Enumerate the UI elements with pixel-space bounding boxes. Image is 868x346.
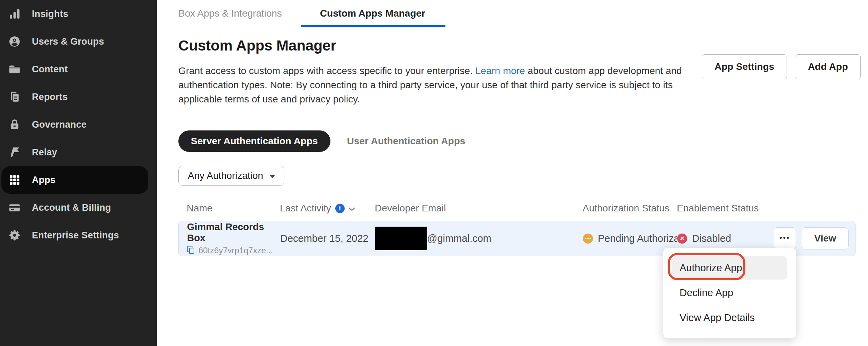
governance-lock-icon xyxy=(9,119,20,130)
more-options-button[interactable]: ••• xyxy=(774,227,796,249)
app-name: Gimmal Records Box xyxy=(187,221,280,244)
sidebar-item-enterprise-settings[interactable]: Enterprise Settings xyxy=(0,221,157,249)
copy-icon[interactable] xyxy=(187,246,195,256)
filter-selected-value: Any Authorization xyxy=(188,170,263,181)
sort-chevron-down-icon[interactable] xyxy=(348,203,356,214)
sidebar-item-users-groups[interactable]: Users & Groups xyxy=(0,28,157,55)
developer-email-cell: @gimmal.com xyxy=(375,227,583,250)
apps-grid-icon xyxy=(9,174,20,186)
sidebar: Insights Users & Groups Content xyxy=(0,0,157,346)
column-header-authorization-status: Authorization Status xyxy=(583,203,677,214)
app-id: 60tz6y7vrp1q7xze... xyxy=(198,246,273,255)
page-title: Custom Apps Manager xyxy=(178,37,868,54)
app-settings-button[interactable]: App Settings xyxy=(702,54,787,79)
sidebar-item-label: Reports xyxy=(32,92,68,102)
sidebar-item-content[interactable]: Content xyxy=(0,55,157,83)
learn-more-link[interactable]: Learn more xyxy=(475,65,525,76)
sidebar-item-apps[interactable]: Apps xyxy=(1,166,148,194)
menu-item-authorize-app[interactable]: Authorize App xyxy=(672,256,787,280)
tab-custom-apps-manager[interactable]: Custom Apps Manager xyxy=(320,0,425,27)
column-header-last-activity[interactable]: Last Activity i xyxy=(280,203,375,214)
table-header-row: Name Last Activity i Developer Email Aut… xyxy=(178,198,856,219)
row-context-menu: Authorize App Decline App View App Detai… xyxy=(663,248,796,338)
authorization-status-text: Pending Authorization xyxy=(598,233,677,244)
sidebar-item-label: Content xyxy=(32,64,68,75)
sidebar-item-label: Account & Billing xyxy=(32,202,111,213)
sidebar-item-governance[interactable]: Governance xyxy=(0,111,157,138)
page-description: Grant access to custom apps with access … xyxy=(178,64,689,106)
sidebar-item-insights[interactable]: Insights xyxy=(0,0,157,28)
relay-flag-icon xyxy=(9,146,20,158)
content-folder-icon xyxy=(9,63,20,75)
account-billing-icon xyxy=(9,202,20,213)
users-groups-icon xyxy=(9,36,20,47)
enterprise-settings-gear-icon xyxy=(9,229,20,241)
sidebar-item-relay[interactable]: Relay xyxy=(0,138,157,166)
column-header-enablement-status: Enablement Status xyxy=(677,203,856,214)
pending-status-icon xyxy=(583,234,593,244)
auth-type-tabs: Server Authentication Apps User Authenti… xyxy=(178,130,868,152)
menu-item-decline-app[interactable]: Decline App xyxy=(663,280,796,305)
redacted-email-block xyxy=(375,227,427,250)
menu-item-view-app-details[interactable]: View App Details xyxy=(663,305,796,330)
tab-box-apps-integrations[interactable]: Box Apps & Integrations xyxy=(178,0,282,27)
email-suffix: @gimmal.com xyxy=(427,233,491,244)
sidebar-item-label: Relay xyxy=(32,147,57,158)
column-header-developer-email: Developer Email xyxy=(375,203,583,214)
reports-icon xyxy=(9,91,20,103)
chevron-down-icon xyxy=(269,175,275,178)
header-buttons: App Settings Add App xyxy=(702,54,861,79)
enablement-status-text: Disabled xyxy=(692,233,731,244)
sidebar-item-label: Enterprise Settings xyxy=(32,230,119,241)
app-name-cell: Gimmal Records Box 60tz6y7vrp1q7xze... xyxy=(187,221,280,256)
authorization-status-cell: Pending Authorization xyxy=(583,233,677,244)
insights-icon xyxy=(9,8,20,20)
last-activity-cell: December 15, 2022 xyxy=(280,233,375,244)
sidebar-item-label: Insights xyxy=(32,9,68,19)
sidebar-item-account-billing[interactable]: Account & Billing xyxy=(0,194,157,221)
sidebar-item-label: Apps xyxy=(32,175,55,185)
add-app-button[interactable]: Add App xyxy=(795,54,861,79)
sidebar-item-reports[interactable]: Reports xyxy=(0,83,157,111)
top-tabs: Box Apps & Integrations Custom Apps Mana… xyxy=(178,0,860,27)
authorization-filter-dropdown[interactable]: Any Authorization xyxy=(178,166,284,186)
sidebar-item-label: Users & Groups xyxy=(32,36,104,47)
description-text-1: Grant access to custom apps with access … xyxy=(178,65,475,76)
info-icon[interactable]: i xyxy=(335,204,345,213)
tab-server-authentication-apps[interactable]: Server Authentication Apps xyxy=(178,130,330,152)
tab-user-authentication-apps[interactable]: User Authentication Apps xyxy=(347,130,466,152)
disabled-status-icon: ✕ xyxy=(677,234,687,244)
sidebar-item-label: Governance xyxy=(32,119,87,130)
column-header-name: Name xyxy=(187,203,280,214)
row-actions: ••• View xyxy=(774,227,849,249)
view-button[interactable]: View xyxy=(802,227,849,249)
